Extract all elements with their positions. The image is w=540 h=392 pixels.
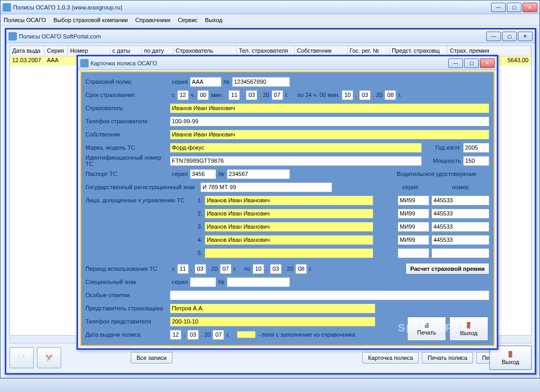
driver4-number[interactable]	[431, 235, 489, 245]
p-to-month[interactable]	[270, 264, 282, 274]
issue-month[interactable]	[187, 330, 199, 340]
menu-company[interactable]: Выбор страховой компании	[53, 17, 128, 23]
dialog-body: Страховой полис серия № Срок страхования…	[80, 71, 495, 346]
taskbar[interactable]	[0, 378, 540, 392]
label-notes: Особые отметки	[85, 292, 170, 298]
reg-field[interactable]	[200, 182, 332, 192]
close-button[interactable]: ✕	[523, 3, 537, 12]
to-month[interactable]	[359, 90, 371, 100]
label-date: Дата выдачи полиса	[85, 331, 170, 338]
from-year[interactable]	[272, 90, 283, 100]
exit-icon: 🚪	[465, 322, 472, 329]
driver4-series[interactable]	[398, 235, 429, 245]
issue-year[interactable]	[213, 330, 224, 340]
main-title: Полисы ОСАГО 1.0.3 (www.araxgroup.ru)	[13, 4, 491, 11]
print-button[interactable]: 🖨 Печать	[407, 317, 446, 341]
dialog-titlebar: Карточка полиса ОСАГО — ▢ ✕	[78, 56, 497, 70]
year-field[interactable]	[463, 143, 489, 153]
label-phone: Телефон страхователя	[85, 118, 170, 124]
issue-day[interactable]	[170, 330, 181, 340]
driver2-number[interactable]	[431, 209, 489, 219]
insured-field[interactable]	[170, 103, 489, 113]
power-field[interactable]	[463, 156, 489, 166]
label-model: Марка, модель ТС	[85, 144, 170, 151]
to-day[interactable]	[342, 90, 353, 100]
col-date[interactable]: Дата выда	[10, 46, 45, 56]
maximize-button[interactable]: ▢	[464, 58, 479, 68]
label-period: Период использования ТС	[85, 266, 170, 272]
special-series[interactable]	[190, 277, 216, 287]
driver1-name[interactable]	[205, 195, 373, 205]
legend-text: - поля с заполнение из справочника	[258, 331, 355, 338]
label-vin: Идентификационный номер ТС	[85, 154, 170, 167]
label-drivers: Лица, допущенные к управлению ТС	[85, 197, 194, 203]
new-button[interactable]: 📄	[9, 347, 34, 368]
driver2-name[interactable]	[205, 209, 373, 219]
minimize-button[interactable]: —	[491, 3, 506, 12]
model-field[interactable]	[170, 143, 422, 153]
repphone-field[interactable]	[170, 317, 375, 327]
dialog-title: Карточка полиса ОСАГО	[91, 60, 448, 66]
driver5-name[interactable]	[205, 248, 373, 258]
passport-number[interactable]	[227, 169, 290, 179]
minimize-button[interactable]: —	[448, 58, 463, 68]
label-repphone: Телефон представителя	[85, 318, 170, 325]
printer-icon: 🖨	[424, 322, 430, 328]
p-to-day[interactable]	[253, 264, 264, 274]
driver1-number[interactable]	[431, 195, 489, 205]
all-records-button[interactable]: Все записи	[131, 352, 172, 364]
minimize-button[interactable]: —	[486, 32, 501, 41]
app-icon	[8, 32, 17, 41]
print-policy-button[interactable]: Печать полиса	[422, 352, 473, 364]
label-passport: Паспорт ТС	[85, 171, 170, 177]
mdi-titlebar: Полисы ОСАГО SoftPortal.com — ▢ ✕	[6, 30, 535, 43]
driver3-name[interactable]	[205, 222, 373, 232]
phone-field[interactable]	[170, 116, 489, 126]
p-from-day[interactable]	[177, 264, 189, 274]
driver4-name[interactable]	[205, 235, 373, 245]
calc-premium-button[interactable]: Расчет страховой премии	[406, 263, 489, 275]
exit-icon: 🚪	[507, 351, 514, 358]
close-button[interactable]: ✕	[518, 32, 533, 41]
passport-series[interactable]	[190, 169, 216, 179]
from-min[interactable]	[197, 90, 209, 100]
p-from-year[interactable]	[220, 264, 232, 274]
menu-policies[interactable]: Полисы ОСАГО	[4, 17, 46, 23]
driver2-series[interactable]	[398, 209, 429, 219]
close-button[interactable]: ✕	[480, 58, 495, 68]
label-rep: Представитель страховщика	[85, 305, 170, 311]
label-owner: Собственник	[85, 131, 170, 138]
legend-swatch	[237, 331, 256, 338]
special-number[interactable]	[227, 277, 290, 287]
label-reg: Государственный регистрационный знак	[85, 184, 200, 190]
rep-field[interactable]	[170, 303, 375, 313]
series-field[interactable]	[190, 77, 221, 87]
from-month[interactable]	[246, 90, 257, 100]
from-day[interactable]	[228, 90, 240, 100]
owner-field[interactable]	[170, 130, 489, 140]
col-series[interactable]: Серия	[45, 46, 68, 56]
driver5-series[interactable]	[398, 248, 429, 258]
vin-field[interactable]	[170, 156, 422, 166]
p-to-year[interactable]	[295, 264, 307, 274]
label-term: Срок страхования:	[85, 92, 170, 98]
delete-button[interactable]: ✂️	[37, 347, 61, 368]
driver3-series[interactable]	[398, 222, 429, 232]
main-titlebar: Полисы ОСАГО 1.0.3 (www.araxgroup.ru) — …	[1, 1, 539, 14]
menu-exit[interactable]: Выход	[205, 17, 223, 23]
exit-button[interactable]: 🚪 Выход	[449, 317, 488, 341]
from-hour[interactable]	[177, 90, 189, 100]
to-year[interactable]	[384, 90, 396, 100]
notes-field[interactable]	[170, 290, 489, 300]
driver3-number[interactable]	[431, 222, 489, 232]
menu-refs[interactable]: Справочники	[136, 17, 171, 23]
number-field[interactable]	[232, 77, 290, 87]
driver1-series[interactable]	[398, 195, 429, 205]
menu-service[interactable]: Сервис	[178, 17, 198, 23]
driver5-number[interactable]	[431, 248, 489, 258]
p-from-month[interactable]	[195, 264, 206, 274]
maximize-button[interactable]: ▢	[502, 32, 517, 41]
menubar: Полисы ОСАГО Выбор страховой компании Сп…	[1, 14, 539, 26]
card-button[interactable]: Карточка полиса	[362, 352, 419, 364]
maximize-button[interactable]: ▢	[507, 3, 522, 12]
